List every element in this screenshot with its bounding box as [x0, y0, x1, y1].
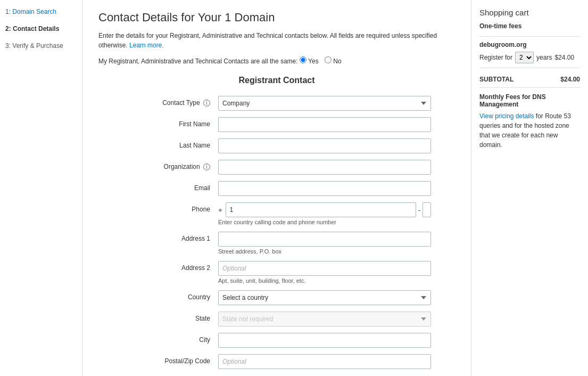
monthly-fees-text: View pricing details for Route 53 querie… — [479, 111, 580, 150]
city-label: City — [199, 336, 210, 344]
intro-text: Enter the details for your Registrant, A… — [98, 31, 455, 50]
cart-divider-1 — [479, 36, 580, 37]
cart-item-row: debugroom.org — [479, 41, 580, 48]
postal-row: Postal/Zip Code — [122, 354, 431, 369]
address1-label: Address 1 — [181, 235, 210, 242]
organization-input[interactable] — [218, 160, 431, 175]
state-field: State not required — [218, 312, 431, 326]
country-field: Select a country United States United Ki… — [218, 290, 431, 305]
sidebar: 1: Domain Search 2: Contact Details 3: V… — [0, 0, 82, 376]
sidebar-item-contact-details: 2: Contact Details — [5, 25, 77, 32]
sidebar-label-verify-purchase: 3: Verify & Purchase — [5, 42, 63, 50]
main-content: Contact Details for Your 1 Domain Enter … — [82, 0, 471, 376]
contact-type-label: Contact Type — [162, 99, 200, 107]
organization-label: Organization — [164, 163, 200, 170]
yes-label: Yes — [308, 58, 319, 65]
shopping-cart: Shopping cart One-time fees debugroom.or… — [471, 0, 588, 376]
learn-more-link[interactable]: Learn more. — [129, 42, 164, 49]
cart-register-row: Register for 1 2 3 4 5 years $24.00 — [479, 52, 580, 63]
state-select[interactable]: State not required — [218, 312, 431, 326]
address2-hint: Apt, suite, unit, building, floor, etc. — [218, 277, 431, 284]
one-time-fees-label: One-time fees — [479, 22, 580, 32]
sidebar-label-contact-details: 2: Contact Details — [5, 25, 59, 32]
organization-field — [218, 160, 431, 175]
phone-label: Phone — [192, 206, 210, 213]
phone-number-input[interactable] — [423, 202, 431, 217]
sidebar-link-domain-search[interactable]: 1: Domain Search — [5, 8, 56, 15]
page-title: Contact Details for Your 1 Domain — [98, 11, 455, 24]
register-for-label: Register for — [479, 54, 512, 61]
address1-row: Address 1 Street address, P.O. box — [122, 232, 431, 255]
last-name-field — [218, 138, 431, 153]
section-title: Registrant Contact — [122, 76, 431, 85]
cart-subtotal-row: SUBTOTAL $24.00 — [479, 72, 580, 83]
view-pricing-link[interactable]: View pricing details — [479, 112, 534, 120]
organization-row: Organization i — [122, 160, 431, 175]
city-input[interactable] — [218, 333, 431, 348]
address1-hint: Street address, P.O. box — [218, 248, 431, 255]
first-name-field — [218, 117, 431, 132]
phone-inputs: + - — [218, 202, 431, 217]
email-input[interactable] — [218, 181, 431, 196]
postal-label: Postal/Zip Code — [165, 357, 210, 365]
phone-dash: - — [418, 206, 420, 214]
no-radio[interactable] — [325, 56, 332, 63]
same-contacts-label: My Registrant, Administrative and Techni… — [98, 58, 298, 65]
country-label: Country — [188, 293, 210, 301]
phone-field: + - Enter country calling code and phone… — [218, 202, 431, 225]
address2-label: Address 2 — [181, 264, 210, 272]
cart-domain-name: debugroom.org — [479, 41, 527, 48]
registrant-contact-form: Registrant Contact Contact Type i Compan… — [122, 76, 431, 369]
first-name-input[interactable] — [218, 117, 431, 132]
cart-divider-2 — [479, 68, 580, 68]
address2-field: Apt, suite, unit, building, floor, etc. — [218, 261, 431, 284]
phone-plus: + — [218, 206, 223, 214]
years-label: years — [536, 54, 552, 61]
address1-field: Street address, P.O. box — [218, 232, 431, 255]
first-name-row: First Name — [122, 117, 431, 132]
yes-radio-label[interactable]: Yes — [300, 58, 320, 65]
yes-radio[interactable] — [300, 56, 307, 63]
sidebar-item-verify-purchase: 3: Verify & Purchase — [5, 42, 77, 50]
last-name-row: Last Name — [122, 138, 431, 153]
phone-row: Phone + - Enter country calling code and… — [122, 202, 431, 225]
address2-input[interactable] — [218, 261, 431, 276]
contact-type-field: Company Individual Association Public Bo… — [218, 96, 431, 111]
state-label: State — [195, 315, 210, 322]
phone-hint: Enter country calling code and phone num… — [218, 219, 431, 225]
last-name-input[interactable] — [218, 138, 431, 153]
same-contacts-row: My Registrant, Administrative and Techni… — [98, 56, 455, 65]
sidebar-item-domain-search[interactable]: 1: Domain Search — [5, 8, 77, 15]
years-select[interactable]: 1 2 3 4 5 — [515, 52, 534, 63]
email-row: Email — [122, 181, 431, 196]
postal-field — [218, 354, 431, 369]
subtotal-price: $24.00 — [560, 76, 580, 83]
address2-row: Address 2 Apt, suite, unit, building, fl… — [122, 261, 431, 284]
country-row: Country Select a country United States U… — [122, 290, 431, 305]
first-name-label: First Name — [179, 120, 210, 128]
country-select[interactable]: Select a country United States United Ki… — [218, 290, 431, 305]
contact-type-info-icon[interactable]: i — [203, 100, 210, 107]
no-radio-label[interactable]: No — [325, 58, 342, 65]
organization-info-icon[interactable]: i — [203, 164, 210, 170]
city-field — [218, 333, 431, 348]
state-row: State State not required — [122, 312, 431, 326]
address1-input[interactable] — [218, 232, 431, 247]
no-label: No — [333, 58, 341, 65]
subtotal-label: SUBTOTAL — [479, 76, 514, 83]
monthly-fees-title: Monthly Fees for DNS Management — [479, 93, 580, 108]
email-field — [218, 181, 431, 196]
email-label: Email — [194, 184, 210, 192]
cart-divider-3 — [479, 87, 580, 88]
contact-type-row: Contact Type i Company Individual Associ… — [122, 96, 431, 111]
cart-title: Shopping cart — [479, 8, 580, 17]
city-row: City — [122, 333, 431, 348]
cart-price: $24.00 — [554, 54, 574, 61]
phone-code-input[interactable] — [226, 202, 416, 217]
postal-input[interactable] — [218, 354, 431, 369]
contact-type-select[interactable]: Company Individual Association Public Bo… — [218, 96, 431, 111]
last-name-label: Last Name — [179, 142, 210, 149]
